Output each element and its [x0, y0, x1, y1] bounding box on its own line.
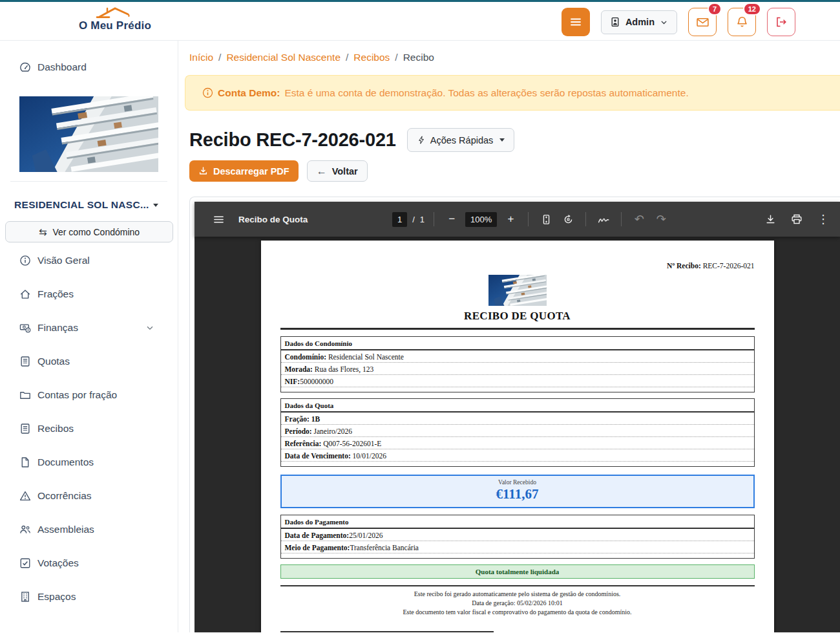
- pdf-canvas[interactable]: Nº Recibo: REC-7-2026-021 RECIBO DE QUOT…: [194, 237, 840, 632]
- pdf-more-options-button[interactable]: ⋮: [815, 211, 832, 228]
- pdf-print-button[interactable]: [788, 211, 805, 228]
- cash-icon: [19, 322, 31, 334]
- receipt-section-payment: Dados do Pagamento Data de Pagamento:25/…: [280, 515, 755, 559]
- pdf-menu-button[interactable]: [210, 211, 227, 228]
- pen-squiggle-icon: [598, 215, 610, 224]
- condo-selector[interactable]: RESIDENCIAL SOL NASC...: [14, 199, 158, 211]
- building-icon: [19, 591, 31, 603]
- breadcrumb-link-condominio[interactable]: Residencial Sol Nascente: [226, 52, 341, 63]
- sidebar-item-label: Assembleias: [37, 524, 94, 535]
- pdf-toolbar: Recibo de Quota 1 / 1 − 100% +: [194, 202, 840, 237]
- zoom-out-button[interactable]: −: [443, 211, 460, 228]
- sidebar-item-visao-geral[interactable]: Visão Geral: [0, 244, 178, 277]
- breadcrumb-separator: /: [346, 52, 348, 63]
- receipt-row: Data de Vencimento: 10/01/2026: [281, 449, 754, 462]
- row-value: Q007-56-202601-E: [321, 440, 381, 447]
- demo-banner-label: Conta Demo:: [218, 87, 280, 99]
- view-as-label: Ver como Condómino: [52, 227, 140, 237]
- section-header: Dados da Quota: [281, 399, 754, 413]
- sidebar-item-label: Visão Geral: [37, 255, 90, 266]
- row-value: Residencial Sol Nascente: [326, 353, 404, 361]
- breadcrumb-link-recibos[interactable]: Recibos: [353, 52, 390, 63]
- sidebar-item-financas[interactable]: Finanças: [0, 311, 178, 345]
- demo-account-banner: Conta Demo: Esta é uma conta de demonstr…: [185, 75, 840, 111]
- receipt-section-condo: Dados do Condomínio Condomínio: Residenc…: [280, 336, 755, 392]
- breadcrumb-separator: /: [218, 52, 221, 63]
- warning-triangle-icon: [19, 490, 31, 502]
- envelope-icon: [696, 16, 709, 29]
- download-pdf-button[interactable]: Descarregar PDF: [189, 160, 299, 182]
- receipt-footer-line: Este recibo foi gerado automaticamente p…: [280, 590, 755, 597]
- document-icon: [19, 456, 31, 468]
- sidebar-item-votacoes[interactable]: Votações: [0, 546, 178, 580]
- sidebar-item-label: Finanças: [37, 322, 78, 334]
- pdf-document-title: Recibo de Quota: [238, 215, 308, 224]
- chevron-down-icon: [660, 18, 668, 27]
- sidebar-item-label: Frações: [37, 288, 74, 300]
- sidebar-item-documentos[interactable]: Documentos: [0, 445, 178, 479]
- menu-toggle-button[interactable]: [562, 8, 590, 36]
- roof-icon: [94, 5, 136, 19]
- toolbar-divider: [528, 212, 529, 226]
- sidebar-item-dashboard[interactable]: Dashboard: [0, 51, 178, 83]
- back-button[interactable]: ← Voltar: [307, 160, 368, 182]
- sidebar-item-assembleias[interactable]: Assembleias: [0, 513, 178, 546]
- speedometer-icon: [19, 61, 31, 73]
- row-value: 25/01/2026: [349, 531, 383, 539]
- admin-menu-button[interactable]: Admin: [601, 10, 677, 34]
- breadcrumb-link-inicio[interactable]: Início: [189, 52, 213, 63]
- receipt-number-value: REC-7-2026-021: [701, 262, 755, 270]
- row-label: Fração:: [285, 415, 310, 423]
- rotate-button[interactable]: [560, 211, 576, 228]
- breadcrumb: Início/Residencial Sol Nascente/Recibos/…: [178, 41, 840, 63]
- zoom-in-button[interactable]: +: [502, 211, 519, 228]
- sidebar-item-label: Dashboard: [37, 61, 87, 73]
- chevron-down-icon: [145, 323, 154, 332]
- section-header: Dados do Pagamento: [281, 515, 754, 529]
- messages-button[interactable]: 7: [688, 8, 717, 36]
- pdf-viewer-card: Recibo de Quota 1 / 1 − 100% +: [189, 197, 840, 632]
- sidebar-item-ocorrencias[interactable]: Ocorrências: [0, 479, 178, 513]
- sidebar-item-contas-por-fracao[interactable]: Contas por fração: [0, 378, 178, 412]
- hamburger-icon: [570, 16, 582, 28]
- sidebar-item-recibos[interactable]: Recibos: [0, 412, 178, 445]
- fit-page-button[interactable]: [538, 211, 554, 228]
- receipt-building-image: [488, 275, 547, 306]
- redo-button[interactable]: ↷: [653, 211, 669, 228]
- sidebar-item-fracoes[interactable]: Frações: [0, 277, 178, 311]
- undo-button[interactable]: ↶: [631, 211, 647, 228]
- receipt-divider: [280, 328, 755, 330]
- breadcrumb-current: Recibo: [403, 52, 434, 63]
- notifications-button[interactable]: 12: [728, 8, 756, 36]
- view-as-condomino-button[interactable]: ⇆ Ver como Condómino: [5, 221, 173, 242]
- toolbar-divider: [585, 212, 586, 226]
- info-circle-icon: [202, 87, 213, 98]
- row-label: Período:: [285, 427, 312, 435]
- quick-actions-button[interactable]: Ações Rápidas: [407, 128, 515, 152]
- receipt-row: Morada: Rua das Flores, 123: [281, 363, 754, 375]
- signature-block-condomino: Condómino: [280, 631, 494, 632]
- app-logo[interactable]: O Meu Prédio: [63, 3, 167, 32]
- page-title: Recibo REC-7-2026-021: [189, 129, 396, 151]
- amount-label: Valor Recebido: [282, 479, 753, 486]
- zoom-level: 100%: [465, 212, 497, 227]
- page-total: 1: [420, 215, 425, 224]
- sidebar-item-quotas[interactable]: Quotas: [0, 345, 178, 378]
- sidebar-divider: [10, 181, 167, 182]
- sidebar-item-label: Quotas: [37, 356, 70, 367]
- folder-icon: [19, 389, 31, 401]
- person-badge-icon: [610, 17, 620, 27]
- row-label: Morada:: [285, 365, 313, 373]
- condo-photo: [19, 96, 158, 172]
- sidebar-item-espacos[interactable]: Espaços: [0, 580, 178, 614]
- page-number-input[interactable]: 1: [392, 212, 407, 227]
- annotate-button[interactable]: [595, 211, 612, 228]
- row-label: Meio de Pagamento:: [285, 544, 350, 552]
- sidebar-item-label: Votações: [37, 557, 79, 569]
- pdf-download-button[interactable]: [762, 211, 779, 228]
- row-label: Referência:: [285, 440, 322, 447]
- download-icon: [198, 166, 208, 176]
- logout-button[interactable]: [767, 8, 795, 36]
- receipt-row: NIF:500000000: [281, 375, 754, 387]
- back-arrow-icon: ←: [317, 166, 327, 177]
